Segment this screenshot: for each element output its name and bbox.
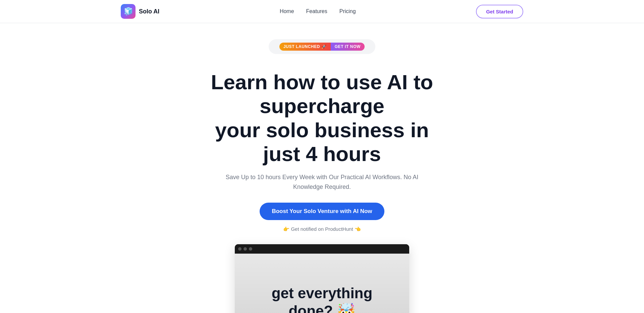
nav-get-started-button[interactable]: Get Started [476,5,523,18]
main-content: JUST LAUNCHED 🚀 GET IT NOW Learn how to … [0,23,644,313]
video-content: get everything done? 🤯 [235,254,409,313]
just-launched-badge: JUST LAUNCHED 🚀 [279,43,331,51]
hero-heading: Learn how to use AI to supercharge your … [195,70,449,166]
hero-cta-button[interactable]: Boost Your Solo Venture with AI Now [260,203,384,220]
nav-links: Home Features Pricing [280,8,356,14]
logo-text: Solo AI [139,8,159,15]
video-dot-2 [244,247,247,251]
hero-heading-line2: your solo business in just 4 hours [215,118,429,165]
video-player: get everything done? 🤯 ▶ 0:00 / 0:16 🔊 ⛶… [235,244,409,313]
hero-heading-line1: Learn how to use AI to supercharge [211,70,433,117]
get-it-now-badge: GET IT NOW [331,43,365,51]
nav-pricing[interactable]: Pricing [339,8,356,14]
producthunt-line: 👉 Get notified on ProductHunt 👈 [283,226,361,232]
video-top-bar [235,244,409,254]
logo-link[interactable]: 🧊 Solo AI [121,4,159,19]
nav-features[interactable]: Features [306,8,327,14]
launch-banner: JUST LAUNCHED 🚀 GET IT NOW [269,39,375,54]
nav-home[interactable]: Home [280,8,294,14]
logo-icon: 🧊 [121,4,136,19]
video-text-line2: done? 🤯 [288,303,355,313]
navbar: 🧊 Solo AI Home Features Pricing Get Star… [0,0,644,23]
video-text: get everything done? 🤯 [272,284,373,313]
producthunt-text: 👉 Get notified on ProductHunt 👈 [283,226,361,232]
video-dot-1 [238,247,241,251]
video-dot-3 [249,247,252,251]
hero-subtext: Save Up to 10 hours Every Week with Our … [218,172,426,192]
video-text-line1: get everything [272,285,373,301]
